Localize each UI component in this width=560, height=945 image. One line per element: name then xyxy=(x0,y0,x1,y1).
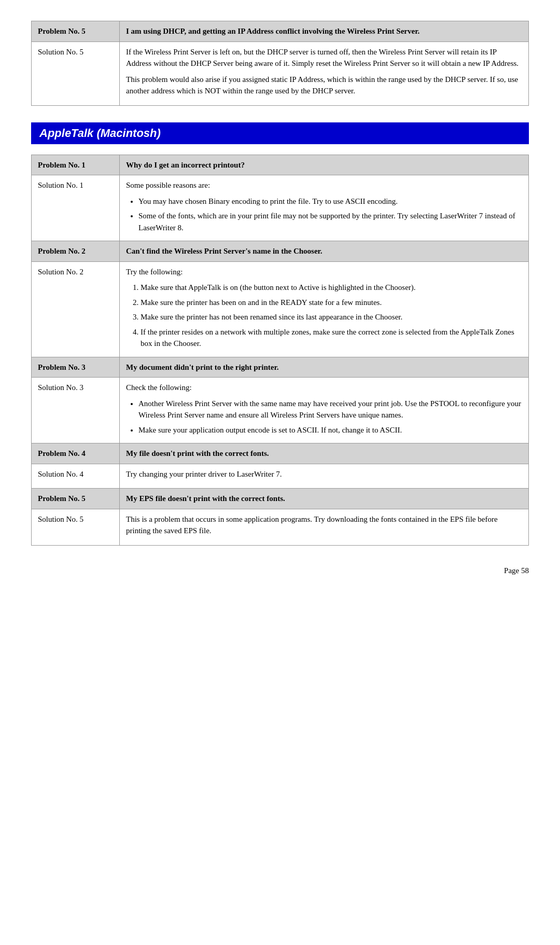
list-item: If the printer resides on a network with… xyxy=(141,326,522,350)
table-row-9: Solution No. 5This is a problem that occ… xyxy=(32,509,529,545)
table-row-problem5-header: Problem No. 5 I am using DHCP, and getti… xyxy=(32,21,529,42)
row-content-6: My file doesn't print with the correct f… xyxy=(120,443,529,464)
solution-label-5: Solution No. 5 xyxy=(32,41,120,105)
problem-label-5: Problem No. 5 xyxy=(32,21,120,42)
row-label-5: Solution No. 3 xyxy=(32,378,120,443)
row-content-2: Can't find the Wireless Print Server's n… xyxy=(120,241,529,262)
row-content-9: This is a problem that occurs in some ap… xyxy=(120,509,529,545)
row-content-7: Try changing your printer driver to Lase… xyxy=(120,464,529,489)
table-row-2: Problem No. 2Can't find the Wireless Pri… xyxy=(32,241,529,262)
solution-intro-1: Some possible reasons are: xyxy=(126,179,522,191)
table-row-6: Problem No. 4My file doesn't print with … xyxy=(32,443,529,464)
row-content-0: Why do I get an incorrect printout? xyxy=(120,155,529,175)
row-label-3: Solution No. 2 xyxy=(32,261,120,357)
solution-intro-7: Try changing your printer driver to Lase… xyxy=(126,468,522,480)
row-content-3: Try the following:Make sure that AppleTa… xyxy=(120,261,529,357)
bullet-list-1: You may have chosen Binary encoding to p… xyxy=(126,196,522,234)
list-item: You may have chosen Binary encoding to p… xyxy=(138,196,522,207)
solution-intro-5: Check the following: xyxy=(126,382,522,394)
top-table: Problem No. 5 I am using DHCP, and getti… xyxy=(31,21,529,106)
table-row-7: Solution No. 4Try changing your printer … xyxy=(32,464,529,489)
table-row-4: Problem No. 3My document didn't print to… xyxy=(32,357,529,378)
list-item: Some of the fonts, which are in your pri… xyxy=(138,210,522,233)
section-heading-appletalk: AppleTalk (Macintosh) xyxy=(31,122,529,144)
row-label-0: Problem No. 1 xyxy=(32,155,120,175)
row-label-7: Solution No. 4 xyxy=(32,464,120,489)
solution-content-5: If the Wireless Print Server is left on,… xyxy=(120,41,529,105)
table-row-3: Solution No. 2Try the following:Make sur… xyxy=(32,261,529,357)
list-item: Make sure the printer has not been renam… xyxy=(141,311,522,323)
solution-intro-3: Try the following: xyxy=(126,266,522,278)
row-label-1: Solution No. 1 xyxy=(32,175,120,241)
row-content-1: Some possible reasons are:You may have c… xyxy=(120,175,529,241)
table-row-solution5: Solution No. 5 If the Wireless Print Ser… xyxy=(32,41,529,105)
row-content-4: My document didn't print to the right pr… xyxy=(120,357,529,378)
row-label-4: Problem No. 3 xyxy=(32,357,120,378)
numbered-list-3: Make sure that AppleTalk is on (the butt… xyxy=(126,282,522,350)
list-item: Make sure the printer has been on and in… xyxy=(141,297,522,309)
list-item: Make sure that AppleTalk is on (the butt… xyxy=(141,282,522,294)
bullet-list-5: Another Wireless Print Server with the s… xyxy=(126,398,522,436)
row-label-2: Problem No. 2 xyxy=(32,241,120,262)
solution5-para1: If the Wireless Print Server is left on,… xyxy=(126,46,522,70)
table-row-1: Solution No. 1Some possible reasons are:… xyxy=(32,175,529,241)
solution5-para2: This problem would also arise if you ass… xyxy=(126,74,522,97)
table-row-5: Solution No. 3Check the following:Anothe… xyxy=(32,378,529,443)
solution-intro-9: This is a problem that occurs in some ap… xyxy=(126,513,522,537)
table-row-8: Problem No. 5My EPS file doesn't print w… xyxy=(32,489,529,509)
problem-desc-5: I am using DHCP, and getting an IP Addre… xyxy=(120,21,529,42)
row-label-9: Solution No. 5 xyxy=(32,509,120,545)
row-label-6: Problem No. 4 xyxy=(32,443,120,464)
table-row-0: Problem No. 1Why do I get an incorrect p… xyxy=(32,155,529,175)
main-table: Problem No. 1Why do I get an incorrect p… xyxy=(31,155,529,546)
row-content-5: Check the following:Another Wireless Pri… xyxy=(120,378,529,443)
page-container: Problem No. 5 I am using DHCP, and getti… xyxy=(31,21,529,575)
list-item: Make sure your application output encode… xyxy=(138,424,522,436)
row-content-8: My EPS file doesn't print with the corre… xyxy=(120,489,529,509)
row-label-8: Problem No. 5 xyxy=(32,489,120,509)
page-number: Page 58 xyxy=(31,566,529,575)
list-item: Another Wireless Print Server with the s… xyxy=(138,398,522,421)
